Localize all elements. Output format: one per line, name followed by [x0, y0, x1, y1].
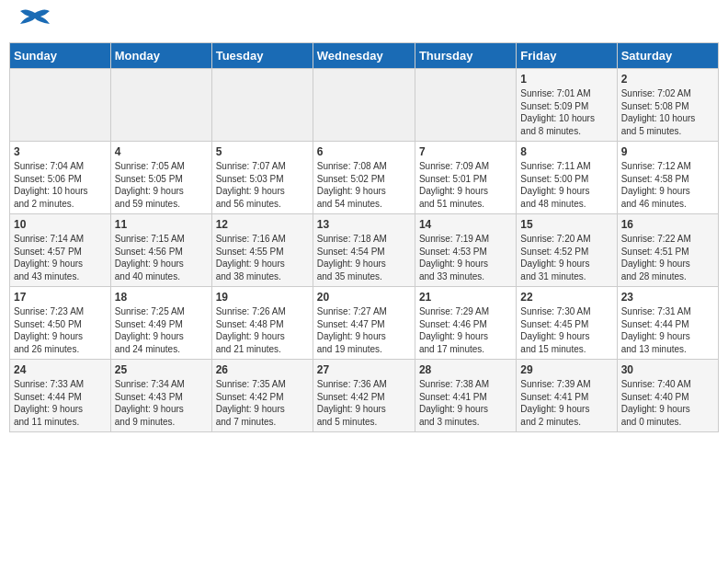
- day-number: 21: [419, 291, 512, 304]
- day-number: 20: [317, 291, 411, 304]
- calendar-day-cell: 21Sunrise: 7:29 AM Sunset: 4:46 PM Dayli…: [415, 287, 516, 360]
- day-info: Sunrise: 7:38 AM Sunset: 4:41 PM Dayligh…: [419, 378, 512, 428]
- calendar-day-cell: 5Sunrise: 7:07 AM Sunset: 5:03 PM Daylig…: [211, 142, 313, 214]
- calendar-day-cell: 10Sunrise: 7:14 AM Sunset: 4:57 PM Dayli…: [10, 214, 111, 287]
- day-info: Sunrise: 7:35 AM Sunset: 4:42 PM Dayligh…: [216, 378, 309, 428]
- day-number: 4: [115, 145, 208, 158]
- day-number: 29: [520, 363, 612, 376]
- weekday-header-tuesday: Tuesday: [211, 43, 313, 69]
- day-number: 27: [317, 363, 411, 376]
- day-number: 7: [419, 145, 512, 158]
- day-info: Sunrise: 7:39 AM Sunset: 4:41 PM Dayligh…: [520, 378, 612, 428]
- calendar-day-cell: 18Sunrise: 7:25 AM Sunset: 4:49 PM Dayli…: [110, 287, 211, 360]
- calendar-day-cell: [110, 69, 211, 142]
- day-number: 1: [520, 73, 612, 86]
- calendar-day-cell: 4Sunrise: 7:05 AM Sunset: 5:05 PM Daylig…: [110, 142, 211, 214]
- day-number: 25: [115, 363, 208, 376]
- calendar-day-cell: 1Sunrise: 7:01 AM Sunset: 5:09 PM Daylig…: [517, 69, 617, 142]
- day-number: 18: [115, 291, 208, 304]
- day-number: 19: [216, 291, 309, 304]
- day-number: 12: [216, 218, 309, 231]
- calendar-day-cell: 8Sunrise: 7:11 AM Sunset: 5:00 PM Daylig…: [517, 142, 617, 214]
- day-info: Sunrise: 7:23 AM Sunset: 4:50 PM Dayligh…: [14, 305, 107, 355]
- calendar-day-cell: 25Sunrise: 7:34 AM Sunset: 4:43 PM Dayli…: [110, 360, 211, 432]
- day-number: 16: [621, 218, 714, 231]
- calendar-day-cell: 23Sunrise: 7:31 AM Sunset: 4:44 PM Dayli…: [617, 287, 718, 360]
- day-number: 14: [419, 218, 512, 231]
- day-number: 8: [520, 145, 612, 158]
- calendar-header-row: SundayMondayTuesdayWednesdayThursdayFrid…: [10, 43, 719, 69]
- day-number: 6: [317, 145, 411, 158]
- calendar-day-cell: 19Sunrise: 7:26 AM Sunset: 4:48 PM Dayli…: [211, 287, 313, 360]
- day-info: Sunrise: 7:19 AM Sunset: 4:53 PM Dayligh…: [419, 233, 512, 282]
- day-info: Sunrise: 7:09 AM Sunset: 5:01 PM Dayligh…: [419, 160, 512, 210]
- weekday-header-sunday: Sunday: [10, 43, 111, 69]
- day-number: 28: [419, 363, 512, 376]
- calendar-day-cell: 17Sunrise: 7:23 AM Sunset: 4:50 PM Dayli…: [10, 287, 111, 360]
- weekday-header-monday: Monday: [110, 43, 211, 69]
- day-number: 5: [216, 145, 309, 158]
- day-number: 10: [14, 218, 107, 231]
- calendar-week-4: 17Sunrise: 7:23 AM Sunset: 4:50 PM Dayli…: [10, 287, 719, 360]
- day-info: Sunrise: 7:15 AM Sunset: 4:56 PM Dayligh…: [115, 233, 208, 282]
- calendar-day-cell: [415, 69, 516, 142]
- day-info: Sunrise: 7:14 AM Sunset: 4:57 PM Dayligh…: [14, 233, 107, 282]
- calendar-day-cell: 15Sunrise: 7:20 AM Sunset: 4:52 PM Dayli…: [517, 214, 617, 287]
- day-info: Sunrise: 7:04 AM Sunset: 5:06 PM Dayligh…: [14, 160, 107, 210]
- day-info: Sunrise: 7:18 AM Sunset: 4:54 PM Dayligh…: [317, 233, 411, 282]
- day-number: 2: [621, 73, 714, 86]
- day-info: Sunrise: 7:02 AM Sunset: 5:08 PM Dayligh…: [621, 87, 714, 137]
- logo-bird-icon: [18, 6, 51, 31]
- calendar-day-cell: 29Sunrise: 7:39 AM Sunset: 4:41 PM Dayli…: [517, 360, 617, 432]
- day-info: Sunrise: 7:26 AM Sunset: 4:48 PM Dayligh…: [216, 305, 309, 355]
- calendar-week-2: 3Sunrise: 7:04 AM Sunset: 5:06 PM Daylig…: [10, 142, 719, 214]
- weekday-header-wednesday: Wednesday: [313, 43, 415, 69]
- weekday-header-saturday: Saturday: [617, 43, 718, 69]
- calendar-week-3: 10Sunrise: 7:14 AM Sunset: 4:57 PM Dayli…: [10, 214, 719, 287]
- calendar-day-cell: [313, 69, 415, 142]
- day-number: 15: [520, 218, 612, 231]
- calendar-week-5: 24Sunrise: 7:33 AM Sunset: 4:44 PM Dayli…: [10, 360, 719, 432]
- calendar-day-cell: [211, 69, 313, 142]
- calendar-day-cell: 16Sunrise: 7:22 AM Sunset: 4:51 PM Dayli…: [617, 214, 718, 287]
- calendar-day-cell: 28Sunrise: 7:38 AM Sunset: 4:41 PM Dayli…: [415, 360, 516, 432]
- day-info: Sunrise: 7:36 AM Sunset: 4:42 PM Dayligh…: [317, 378, 411, 428]
- calendar-table: SundayMondayTuesdayWednesdayThursdayFrid…: [9, 42, 719, 432]
- day-info: Sunrise: 7:20 AM Sunset: 4:52 PM Dayligh…: [520, 233, 612, 282]
- day-info: Sunrise: 7:07 AM Sunset: 5:03 PM Dayligh…: [216, 160, 309, 210]
- day-info: Sunrise: 7:33 AM Sunset: 4:44 PM Dayligh…: [14, 378, 107, 428]
- calendar-day-cell: 30Sunrise: 7:40 AM Sunset: 4:40 PM Dayli…: [617, 360, 718, 432]
- calendar-day-cell: 11Sunrise: 7:15 AM Sunset: 4:56 PM Dayli…: [110, 214, 211, 287]
- calendar-day-cell: 20Sunrise: 7:27 AM Sunset: 4:47 PM Dayli…: [313, 287, 415, 360]
- calendar-day-cell: 22Sunrise: 7:30 AM Sunset: 4:45 PM Dayli…: [517, 287, 617, 360]
- calendar-day-cell: 7Sunrise: 7:09 AM Sunset: 5:01 PM Daylig…: [415, 142, 516, 214]
- day-info: Sunrise: 7:16 AM Sunset: 4:55 PM Dayligh…: [216, 233, 309, 282]
- calendar-day-cell: 27Sunrise: 7:36 AM Sunset: 4:42 PM Dayli…: [313, 360, 415, 432]
- day-info: Sunrise: 7:30 AM Sunset: 4:45 PM Dayligh…: [520, 305, 612, 355]
- weekday-header-thursday: Thursday: [415, 43, 516, 69]
- calendar-day-cell: 9Sunrise: 7:12 AM Sunset: 4:58 PM Daylig…: [617, 142, 718, 214]
- calendar-day-cell: 6Sunrise: 7:08 AM Sunset: 5:02 PM Daylig…: [313, 142, 415, 214]
- calendar-body: 1Sunrise: 7:01 AM Sunset: 5:09 PM Daylig…: [10, 69, 719, 432]
- day-number: 3: [14, 145, 107, 158]
- calendar-day-cell: 3Sunrise: 7:04 AM Sunset: 5:06 PM Daylig…: [10, 142, 111, 214]
- day-info: Sunrise: 7:27 AM Sunset: 4:47 PM Dayligh…: [317, 305, 411, 355]
- day-info: Sunrise: 7:12 AM Sunset: 4:58 PM Dayligh…: [621, 160, 714, 210]
- calendar-week-1: 1Sunrise: 7:01 AM Sunset: 5:09 PM Daylig…: [10, 69, 719, 142]
- day-info: Sunrise: 7:25 AM Sunset: 4:49 PM Dayligh…: [115, 305, 208, 355]
- calendar-day-cell: [10, 69, 111, 142]
- calendar-day-cell: 2Sunrise: 7:02 AM Sunset: 5:08 PM Daylig…: [617, 69, 718, 142]
- day-number: 26: [216, 363, 309, 376]
- calendar-day-cell: 14Sunrise: 7:19 AM Sunset: 4:53 PM Dayli…: [415, 214, 516, 287]
- weekday-header-friday: Friday: [517, 43, 617, 69]
- calendar-day-cell: 24Sunrise: 7:33 AM Sunset: 4:44 PM Dayli…: [10, 360, 111, 432]
- day-number: 24: [14, 363, 107, 376]
- day-number: 13: [317, 218, 411, 231]
- day-info: Sunrise: 7:08 AM Sunset: 5:02 PM Dayligh…: [317, 160, 411, 210]
- day-info: Sunrise: 7:05 AM Sunset: 5:05 PM Dayligh…: [115, 160, 208, 210]
- day-number: 23: [621, 291, 714, 304]
- day-info: Sunrise: 7:34 AM Sunset: 4:43 PM Dayligh…: [115, 378, 208, 428]
- day-number: 9: [621, 145, 714, 158]
- day-info: Sunrise: 7:11 AM Sunset: 5:00 PM Dayligh…: [520, 160, 612, 210]
- calendar-day-cell: 12Sunrise: 7:16 AM Sunset: 4:55 PM Dayli…: [211, 214, 313, 287]
